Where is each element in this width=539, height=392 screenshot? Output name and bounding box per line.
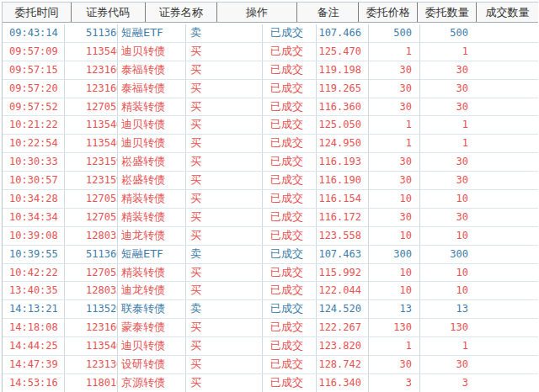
cell-security-name: 泰福转债 xyxy=(118,61,186,79)
cell-security-code: 113546 xyxy=(65,337,118,355)
table-row[interactable]: 14:18:08 123166 蒙泰转债 买 已成交 122.267 130 1… xyxy=(3,319,538,337)
cell-remark: 已成交 xyxy=(263,24,317,42)
cell-security-code: 113526 xyxy=(65,300,118,318)
cell-security-name: 联泰转债 xyxy=(118,300,186,318)
cell-security-name: 迪龙转债 xyxy=(118,227,186,245)
cell-operation: 卖 xyxy=(186,246,263,263)
cell-security-code: 123130 xyxy=(65,356,118,373)
cell-security-code: 511360 xyxy=(65,246,118,263)
cell-order-time: 09:43:14 xyxy=(3,24,65,42)
cell-remark: 已成交 xyxy=(263,246,317,263)
cell-operation: 买 xyxy=(186,116,263,134)
table-row[interactable]: 10:34:28 127055 精装转债 买 已成交 116.154 10 10 xyxy=(3,190,538,209)
cell-order-qty: 13 xyxy=(369,300,420,318)
cell-operation: 买 xyxy=(186,319,263,336)
cell-executed-qty: 30 xyxy=(420,356,475,373)
table-row[interactable]: 10:39:55 511360 短融ETF 卖 已成交 107.463 300 … xyxy=(3,246,538,264)
cell-remark: 已成交 xyxy=(263,43,317,61)
table-row[interactable]: 09:57:09 113546 迪贝转债 买 已成交 125.470 1 1 xyxy=(3,43,538,61)
cell-security-name: 精装转债 xyxy=(118,190,186,208)
cell-order-price: 124.950 xyxy=(317,135,369,152)
cell-security-name: 短融ETF xyxy=(118,24,186,42)
cell-executed-qty: 3 xyxy=(420,374,475,392)
cell-security-name: 泰福转债 xyxy=(118,80,186,98)
cell-order-qty: 10 xyxy=(369,264,420,282)
cell-security-code: 123160 xyxy=(65,61,118,79)
cell-remark: 已成交 xyxy=(263,135,317,152)
table-row[interactable]: 09:57:15 123160 泰福转债 买 已成交 119.198 30 30 xyxy=(3,61,538,80)
cell-remark: 已成交 xyxy=(263,153,317,171)
table-row[interactable]: 10:34:34 127055 精装转债 买 已成交 116.172 30 30 xyxy=(3,209,538,227)
cell-order-price: 128.742 xyxy=(317,356,369,373)
cell-operation: 买 xyxy=(186,264,263,282)
cell-order-qty: 1 xyxy=(369,135,420,152)
cell-order-time: 14:13:21 xyxy=(3,300,65,318)
table-row[interactable]: 10:21:22 113546 迪贝转债 买 已成交 125.050 1 1 xyxy=(3,116,538,135)
table-row[interactable]: 10:39:08 128033 迪龙转债 买 已成交 123.558 10 10 xyxy=(3,227,538,246)
order-history-panel: 委托时间 证券代码 证券名称 操作 备注 委托价格 委托数量 成交数量 09:4… xyxy=(0,0,539,392)
cell-remark: 已成交 xyxy=(263,264,317,282)
cell-operation: 买 xyxy=(186,356,263,373)
cell-order-price: 116.172 xyxy=(317,209,369,226)
cell-order-price: 125.050 xyxy=(317,116,369,134)
cell-security-code: 118016 xyxy=(65,374,118,392)
cell-remark: 已成交 xyxy=(263,227,317,245)
cell-security-code: 113546 xyxy=(65,135,118,152)
cell-remark: 已成交 xyxy=(263,98,317,116)
cell-operation: 买 xyxy=(186,337,263,355)
cell-security-code: 127055 xyxy=(65,209,118,226)
cell-order-qty: 30 xyxy=(369,209,420,226)
col-header-security-code: 证券代码 xyxy=(72,3,146,22)
table-row[interactable]: 10:42:22 127055 精装转债 买 已成交 115.992 10 10 xyxy=(3,264,538,283)
cell-order-qty: 30 xyxy=(369,98,420,116)
table-row[interactable]: 10:30:33 123159 崧盛转债 买 已成交 116.193 30 30 xyxy=(3,153,538,172)
table-row[interactable]: 13:40:35 128033 迪龙转债 买 已成交 122.044 10 10 xyxy=(3,282,538,300)
col-header-security-name: 证券名称 xyxy=(146,3,217,22)
cell-order-time: 10:30:57 xyxy=(3,172,65,189)
cell-security-name: 精装转债 xyxy=(118,264,186,282)
cell-executed-qty: 30 xyxy=(420,80,475,98)
cell-executed-qty: 1 xyxy=(420,337,475,355)
col-header-executed-qty: 成交数量 xyxy=(477,3,538,22)
table-row[interactable]: 10:30:57 123159 崧盛转债 买 已成交 116.190 30 30 xyxy=(3,172,538,190)
cell-order-time: 14:53:16 xyxy=(3,374,65,392)
table-row[interactable]: 14:53:16 118016 京源转债 买 已成交 116.340 3 3 xyxy=(3,374,538,392)
cell-remark: 已成交 xyxy=(263,282,317,299)
cell-operation: 卖 xyxy=(186,24,263,42)
cell-order-qty: 300 xyxy=(369,246,420,263)
cell-order-time: 10:39:55 xyxy=(3,246,65,263)
cell-order-price: 116.190 xyxy=(317,172,369,189)
cell-order-time: 09:57:20 xyxy=(3,80,65,98)
table-row[interactable]: 14:13:21 113526 联泰转债 卖 已成交 124.520 13 13 xyxy=(3,300,538,319)
cell-order-price: 124.520 xyxy=(317,300,369,318)
cell-order-price: 107.463 xyxy=(317,246,369,263)
cell-operation: 买 xyxy=(186,282,263,299)
cell-operation: 买 xyxy=(186,227,263,245)
col-header-order-time: 委托时间 xyxy=(3,3,72,22)
cell-order-qty: 30 xyxy=(369,153,420,171)
cell-order-qty: 1 xyxy=(369,337,420,355)
cell-security-name: 崧盛转债 xyxy=(118,172,186,189)
cell-security-name: 精装转债 xyxy=(118,209,186,226)
cell-order-price: 123.558 xyxy=(317,227,369,245)
cell-executed-qty: 30 xyxy=(420,98,475,116)
table-row[interactable]: 14:44:25 113546 迪贝转债 买 已成交 123.820 1 1 xyxy=(3,337,538,356)
cell-remark: 已成交 xyxy=(263,80,317,98)
cell-order-time: 09:57:09 xyxy=(3,43,65,61)
cell-security-name: 设研转债 xyxy=(118,356,186,373)
cell-order-time: 13:40:35 xyxy=(3,282,65,299)
col-header-remark: 备注 xyxy=(297,3,359,22)
table-row[interactable]: 09:57:20 123160 泰福转债 买 已成交 119.265 30 30 xyxy=(3,80,538,98)
cell-remark: 已成交 xyxy=(263,319,317,336)
cell-order-qty: 1 xyxy=(369,43,420,61)
table-row[interactable]: 14:47:39 123130 设研转债 买 已成交 128.742 30 30 xyxy=(3,356,538,374)
table-row[interactable]: 09:57:52 127055 精装转债 买 已成交 116.360 30 30 xyxy=(3,98,538,117)
cell-executed-qty: 10 xyxy=(420,227,475,245)
cell-order-time: 10:34:28 xyxy=(3,190,65,208)
cell-executed-qty: 500 xyxy=(420,24,475,42)
table-row[interactable]: 09:43:14 511360 短融ETF 卖 已成交 107.466 500 … xyxy=(3,24,538,43)
table-row[interactable]: 10:22:54 113546 迪贝转债 买 已成交 124.950 1 1 xyxy=(3,135,538,153)
cell-order-qty: 30 xyxy=(369,356,420,373)
cell-security-code: 128033 xyxy=(65,282,118,299)
cell-operation: 卖 xyxy=(186,300,263,318)
